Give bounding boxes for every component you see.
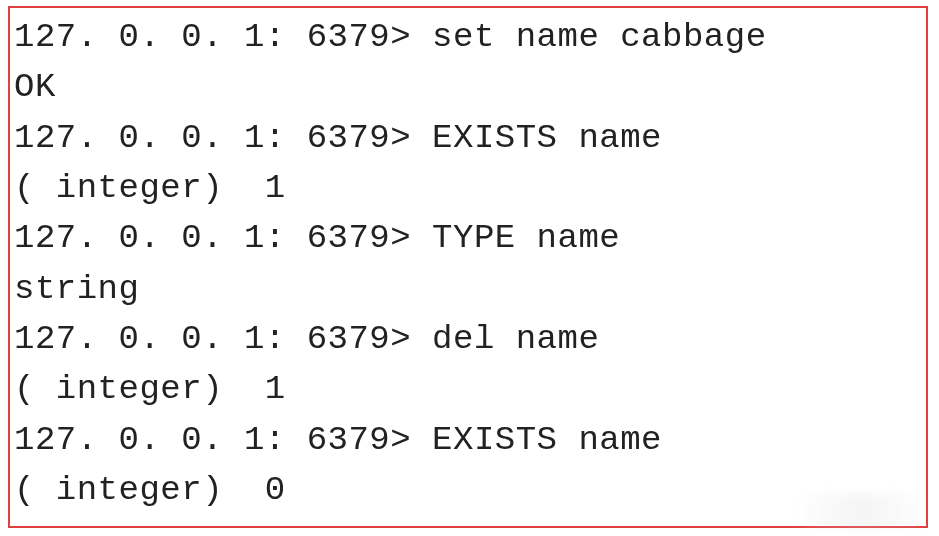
terminal-command-2: EXISTS name — [432, 119, 662, 157]
terminal-line-3: 127. 0. 0. 1: 6379> TYPE name — [14, 213, 922, 263]
terminal-output-3: string — [14, 264, 922, 314]
prompt: 127. 0. 0. 1: 6379> — [14, 18, 432, 56]
terminal-command-3: TYPE name — [432, 219, 620, 257]
terminal-line-2: 127. 0. 0. 1: 6379> EXISTS name — [14, 113, 922, 163]
terminal-output-5: ( integer) 0 — [14, 465, 922, 515]
prompt: 127. 0. 0. 1: 6379> — [14, 219, 432, 257]
terminal-command-4: del name — [432, 320, 599, 358]
terminal-output-1: OK — [14, 62, 922, 112]
prompt: 127. 0. 0. 1: 6379> — [14, 320, 432, 358]
terminal-window[interactable]: 127. 0. 0. 1: 6379> set name cabbage OK … — [8, 6, 928, 528]
prompt: 127. 0. 0. 1: 6379> — [14, 119, 432, 157]
terminal-line-5: 127. 0. 0. 1: 6379> EXISTS name — [14, 415, 922, 465]
prompt: 127. 0. 0. 1: 6379> — [14, 421, 432, 459]
terminal-output-4: ( integer) 1 — [14, 364, 922, 414]
terminal-output-2: ( integer) 1 — [14, 163, 922, 213]
terminal-command-1: set name cabbage — [432, 18, 766, 56]
terminal-line-4: 127. 0. 0. 1: 6379> del name — [14, 314, 922, 364]
terminal-command-5: EXISTS name — [432, 421, 662, 459]
terminal-line-1: 127. 0. 0. 1: 6379> set name cabbage — [14, 12, 922, 62]
